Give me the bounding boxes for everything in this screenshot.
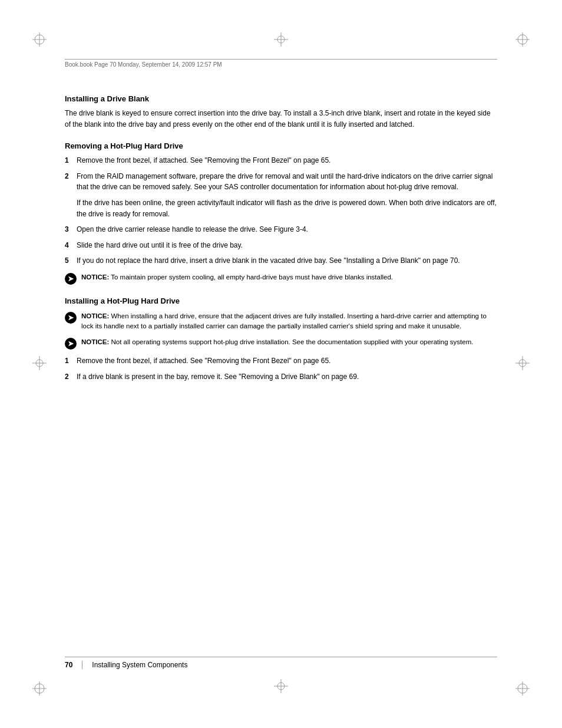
removing-step-1: 1 Remove the front bezel, if attached. S… (65, 155, 497, 166)
main-content: Installing a Drive Blank The drive blank… (47, 94, 515, 383)
installing-notice-1-label: NOTICE: (81, 312, 109, 319)
installing-step-1-text: Remove the front bezel, if attached. See… (77, 357, 330, 365)
installing-notice-2: ➤ NOTICE: Not all operating systems supp… (65, 337, 497, 350)
notice-icon-installing-1: ➤ (65, 312, 77, 324)
removing-notice-label: NOTICE: (81, 274, 109, 281)
section-installing-hot-plug: Installing a Hot-Plug Hard Drive ➤ NOTIC… (65, 297, 497, 383)
section-installing-drive-blank: Installing a Drive Blank The drive blank… (65, 94, 497, 130)
installing-step-2: 2 If a drive blank is present in the bay… (65, 371, 497, 383)
header-bar: Book.book Page 70 Monday, September 14, … (65, 59, 497, 68)
installing-notice-2-body: Not all operating systems support hot-pl… (111, 338, 473, 345)
footer-separator (82, 661, 82, 669)
removing-notice-text: NOTICE: To maintain proper system coolin… (81, 272, 393, 282)
removing-step-1-text: Remove the front bezel, if attached. See… (77, 156, 330, 164)
installing-step-2-num: 2 (65, 371, 69, 383)
page: Book.book Page 70 Monday, September 14, … (0, 0, 562, 728)
installing-notice-1-text: NOTICE: When installing a hard drive, en… (81, 311, 497, 332)
footer-page-number: 70 (65, 661, 72, 669)
installing-notice-2-label: NOTICE: (81, 338, 109, 345)
corner-mark-bl (32, 672, 56, 696)
edge-mark-left (32, 356, 47, 373)
removing-step-2-num: 2 (65, 171, 69, 182)
installing-step-1-num: 1 (65, 355, 69, 367)
edge-mark-bottom (274, 679, 288, 696)
removing-step-2-indent-para: If the drive has been online, the green … (77, 197, 497, 219)
section-removing-hot-plug: Removing a Hot-Plug Hard Drive 1 Remove … (65, 141, 497, 285)
removing-step-4-num: 4 (65, 240, 69, 251)
notice-icon-removing: ➤ (65, 273, 77, 285)
removing-step-3-text: Open the drive carrier release handle to… (77, 225, 308, 233)
removing-step-3-num: 3 (65, 224, 69, 235)
removing-step-4: 4 Slide the hard drive out until it is f… (65, 240, 497, 251)
removing-notice: ➤ NOTICE: To maintain proper system cool… (65, 272, 497, 285)
corner-mark-br (506, 672, 530, 696)
removing-steps-list-cont: 3 Open the drive carrier release handle … (65, 224, 497, 266)
notice-icon-installing-2: ➤ (65, 338, 77, 350)
section-title-removing-hot-plug: Removing a Hot-Plug Hard Drive (65, 141, 497, 150)
removing-step-5: 5 If you do not replace the hard drive, … (65, 255, 497, 266)
installing-step-2-text: If a drive blank is present in the bay, … (77, 373, 359, 381)
corner-mark-tl (32, 32, 56, 56)
section-title-installing-hot-plug: Installing a Hot-Plug Hard Drive (65, 297, 497, 305)
installing-step-1: 1 Remove the front bezel, if attached. S… (65, 355, 497, 367)
removing-steps-list: 1 Remove the front bezel, if attached. S… (65, 155, 497, 193)
removing-step-2: 2 From the RAID management software, pre… (65, 171, 497, 193)
installing-notice-2-text: NOTICE: Not all operating systems suppor… (81, 337, 473, 347)
edge-mark-top (274, 32, 288, 49)
removing-step-4-text: Slide the hard drive out until it is fre… (77, 241, 243, 249)
header-text: Book.book Page 70 Monday, September 14, … (65, 61, 222, 68)
removing-step-5-num: 5 (65, 255, 69, 266)
removing-step-1-num: 1 (65, 155, 69, 166)
section-title-installing-drive-blank: Installing a Drive Blank (65, 94, 497, 103)
installing-steps-list: 1 Remove the front bezel, if attached. S… (65, 355, 497, 382)
removing-step-3: 3 Open the drive carrier release handle … (65, 224, 497, 235)
installing-notice-1: ➤ NOTICE: When installing a hard drive, … (65, 311, 497, 332)
footer: 70 Installing System Components (65, 657, 497, 669)
removing-notice-body: To maintain proper system cooling, all e… (111, 274, 393, 281)
installing-notice-1-body: When installing a hard drive, ensure tha… (81, 312, 487, 330)
section-installing-drive-blank-para: The drive blank is keyed to ensure corre… (65, 108, 497, 130)
edge-mark-right (515, 356, 530, 373)
removing-step-2-text: From the RAID management software, prepa… (77, 172, 492, 192)
footer-title: Installing System Components (92, 661, 187, 669)
removing-step-5-text: If you do not replace the hard drive, in… (77, 256, 460, 265)
corner-mark-tr (506, 32, 530, 56)
